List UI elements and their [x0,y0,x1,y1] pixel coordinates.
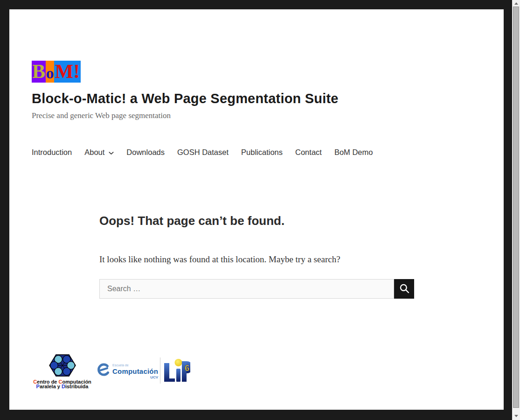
nav-item-contact[interactable]: Contact [295,144,322,160]
ccpd-hexagon-icon [48,353,77,380]
search-input[interactable] [99,279,394,299]
site-logo[interactable]: B o M! [32,61,81,83]
site-footer: Centro de Computación Paralela y Distrib… [9,353,504,389]
lip6-logo: 6 [160,357,190,384]
site-page: B o M! Block-o-Matic! a Web Page Segment… [9,9,504,410]
ucv-name: Computación [112,367,158,375]
scrollbar-down-button[interactable] [512,413,520,419]
ccpd-text-part: istribuida [65,384,89,389]
scrollbar-up-button[interactable] [512,0,520,7]
page-title: Oops! That page can’t be found. [99,214,415,228]
ccpd-accent-letter: D [62,384,65,389]
nav-item-introduction[interactable]: Introduction [32,144,72,160]
ucv-small-label: Escuela de [112,364,158,367]
nav-link-publications[interactable]: Publications [241,144,283,160]
error-message: It looks like nothing was found at this … [99,253,415,266]
nav-link-downloads[interactable]: Downloads [126,144,165,160]
ccpd-logo: Centro de Computación Paralela y Distrib… [32,353,93,389]
arrow-down-icon [514,415,518,417]
ucv-text-block: Escuela de Computación UCV [112,362,158,379]
logo-block-orange: o [46,61,54,83]
ccpd-text-part: aralela y [40,384,62,389]
nav-link-about[interactable]: About [84,144,114,160]
scrollbar-track[interactable] [512,0,520,420]
nav-item-gosh-dataset[interactable]: GOSH Dataset [177,144,229,160]
nav-item-about[interactable]: About [84,144,114,160]
logo-block-blue: M! [54,61,81,83]
search-form [99,279,415,299]
main-nav: Introduction About Do [32,144,504,160]
arrow-up-icon [514,2,518,5]
lip6-six: 6 [185,364,189,373]
nav-item-downloads[interactable]: Downloads [126,144,165,160]
nav-item-publications[interactable]: Publications [241,144,283,160]
ucv-acronym: UCV [112,375,158,379]
ccpd-name-line2: Paralela y Distribuida [36,384,89,389]
nav-item-bom-demo[interactable]: BoM Demo [334,144,373,160]
browser-viewport: B o M! Block-o-Matic! a Web Page Segment… [0,0,520,420]
search-button[interactable] [394,279,414,299]
site-header: B o M! Block-o-Matic! a Web Page Segment… [9,9,504,160]
search-icon [399,283,410,295]
site-title-link[interactable]: Block-o-Matic! a Web Page Segmentation S… [32,90,504,107]
nav-link-gosh-dataset[interactable]: GOSH Dataset [177,144,229,160]
nav-label-about: About [84,144,104,160]
logo-block-purple: B [32,61,46,83]
chevron-down-icon [109,144,114,160]
ccpd-accent-letter: P [36,384,40,389]
site-tagline: Precise and generic Web page segmentatio… [32,111,504,121]
scrollbar-thumb[interactable] [513,7,519,408]
ucv-e-icon [97,362,110,379]
nav-link-contact[interactable]: Contact [295,144,322,160]
nav-link-bom-demo[interactable]: BoM Demo [334,144,373,160]
ucv-computacion-logo: Escuela de Computación UCV [97,362,158,379]
error-404-section: Oops! That page can’t be found. It looks… [99,214,415,299]
nav-link-introduction[interactable]: Introduction [32,144,72,160]
